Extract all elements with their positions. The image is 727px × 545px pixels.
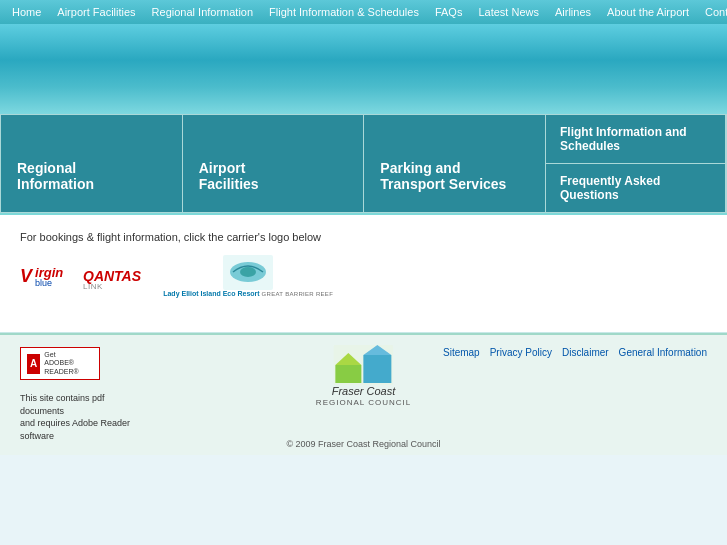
nav-airport-facilities[interactable]: Airport Facilities <box>49 6 143 18</box>
flight-info-tile[interactable]: Flight Information and Schedules <box>546 115 725 164</box>
footer-left: A Get ADOBE® READER® This site contains … <box>20 347 150 443</box>
virgin-blue-logo[interactable]: V irgin blue <box>20 266 63 288</box>
footer-center: Fraser Coast Regional Council <box>316 345 411 407</box>
svg-rect-6 <box>336 365 362 383</box>
nav-contact[interactable]: Contact Us <box>697 6 727 18</box>
fraser-coast-logo[interactable]: Fraser Coast Regional Council <box>316 345 411 407</box>
lei-text: Lady Elliot Island Eco Resort Great Barr… <box>163 290 333 298</box>
bookings-description: For bookings & flight information, click… <box>20 231 707 243</box>
nav-regional-information[interactable]: Regional Information <box>144 6 262 18</box>
airport-facilities-tile[interactable]: AirportFacilities <box>183 115 365 212</box>
content-grid: RegionalInformation AirportFacilities Pa… <box>0 114 727 213</box>
sitemap-link[interactable]: Sitemap <box>443 347 480 358</box>
nav-home[interactable]: Home <box>4 6 49 18</box>
qantaslink-logo[interactable]: QANTAS LINK <box>83 263 143 291</box>
regional-information-tile[interactable]: RegionalInformation <box>1 115 183 212</box>
qantas-svg: QANTAS LINK <box>83 263 143 291</box>
footer-links: Sitemap Privacy Policy Disclaimer Genera… <box>443 347 707 358</box>
navigation: Home Airport Facilities Regional Informa… <box>0 0 727 24</box>
footer-note: This site contains pdf documents and req… <box>20 392 150 442</box>
virgin-text: irgin blue <box>35 266 63 288</box>
faq-label: Frequently Asked Questions <box>560 174 711 202</box>
parking-transport-label: Parking andTransport Services <box>380 160 506 192</box>
adobe-icon: A <box>27 354 40 374</box>
lady-elliot-logo[interactable]: Lady Elliot Island Eco Resort Great Barr… <box>163 255 333 298</box>
regional-information-label: RegionalInformation <box>17 160 94 192</box>
svg-rect-7 <box>364 355 392 383</box>
fraser-icon-svg <box>334 345 394 385</box>
airline-logos: V irgin blue QANTAS LINK Lady Elliot Isl… <box>20 255 707 298</box>
virgin-v-icon: V <box>20 266 32 287</box>
privacy-policy-link[interactable]: Privacy Policy <box>490 347 552 358</box>
svg-text:LINK: LINK <box>83 282 103 291</box>
fraser-subtitle: Regional Council <box>316 398 411 407</box>
svg-point-4 <box>240 267 256 277</box>
nav-latest-news[interactable]: Latest News <box>470 6 547 18</box>
adobe-text: Get ADOBE® READER® <box>44 351 93 376</box>
nav-flight-information[interactable]: Flight Information & Schedules <box>261 6 427 18</box>
adobe-reader-badge[interactable]: A Get ADOBE® READER® <box>20 347 100 380</box>
right-column: Flight Information and Schedules Frequen… <box>546 115 726 212</box>
nav-faqs[interactable]: FAQs <box>427 6 471 18</box>
faq-tile[interactable]: Frequently Asked Questions <box>546 164 725 212</box>
hero-banner <box>0 24 727 114</box>
nav-about[interactable]: About the Airport <box>599 6 697 18</box>
flight-info-label: Flight Information and Schedules <box>560 125 711 153</box>
copyright-text: © 2009 Fraser Coast Regional Council <box>286 439 440 449</box>
fraser-name: Fraser Coast <box>332 385 396 398</box>
airport-facilities-label: AirportFacilities <box>199 160 259 192</box>
footer: A Get ADOBE® READER® This site contains … <box>0 333 727 455</box>
nav-airlines[interactable]: Airlines <box>547 6 599 18</box>
disclaimer-link[interactable]: Disclaimer <box>562 347 609 358</box>
lei-icon-svg <box>223 255 273 290</box>
general-information-link[interactable]: General Information <box>619 347 707 358</box>
parking-transport-tile[interactable]: Parking andTransport Services <box>364 115 546 212</box>
bookings-section: For bookings & flight information, click… <box>0 213 727 333</box>
